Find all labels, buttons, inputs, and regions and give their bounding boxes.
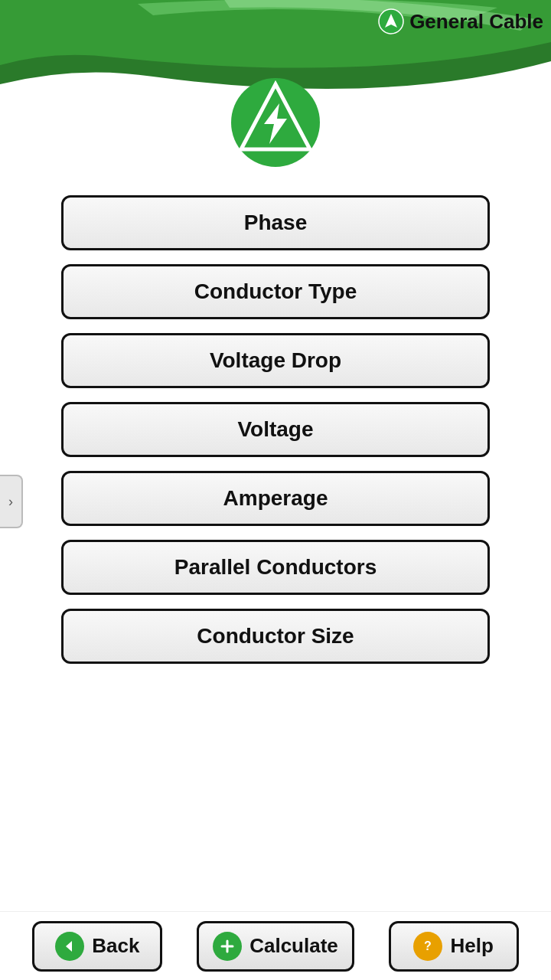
calculate-button[interactable]: Calculate [197, 921, 354, 972]
amperage-button[interactable]: Amperage [61, 471, 490, 526]
voltage-drop-button[interactable]: Voltage Drop [61, 333, 490, 388]
back-button[interactable]: Back [32, 921, 162, 972]
help-icon: ? [413, 932, 442, 961]
back-label: Back [92, 934, 139, 958]
back-icon [55, 932, 84, 961]
svg-text:?: ? [425, 939, 432, 952]
general-cable-logo: General Cable [377, 8, 543, 35]
parallel-conductors-button[interactable]: Parallel Conductors [61, 540, 490, 595]
center-logo [230, 77, 321, 168]
svg-marker-3 [66, 941, 72, 952]
conductor-size-button[interactable]: Conductor Size [61, 609, 490, 664]
voltage-button[interactable]: Voltage [61, 402, 490, 457]
calculate-label: Calculate [249, 934, 338, 958]
header-area: General Cable [0, 0, 551, 199]
gc-logo-icon [377, 8, 405, 35]
help-label: Help [450, 934, 493, 958]
phase-button[interactable]: Phase [61, 195, 490, 250]
help-button[interactable]: ? Help [389, 921, 519, 972]
bottom-bar: Back Calculate ? Help [0, 911, 551, 980]
logo-text: General Cable [409, 10, 543, 34]
main-content: Phase Conductor Type Voltage Drop Voltag… [0, 195, 551, 664]
calculate-icon [213, 932, 242, 961]
conductor-type-button[interactable]: Conductor Type [61, 264, 490, 319]
